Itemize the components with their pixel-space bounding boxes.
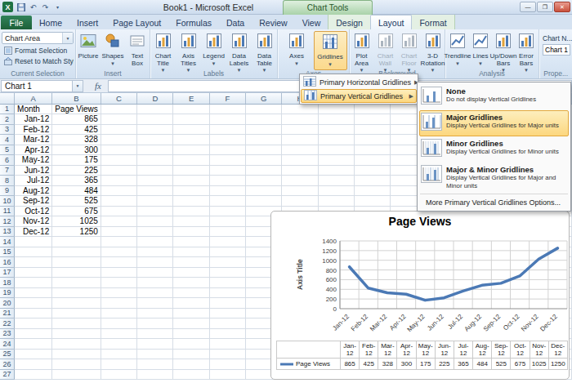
cell-F14[interactable] (209, 237, 245, 247)
cell-E15[interactable] (173, 247, 209, 257)
cell-G10[interactable] (246, 196, 282, 207)
row-header-10[interactable]: 10 (0, 196, 15, 207)
cell-D11[interactable] (137, 206, 173, 216)
minimize-button[interactable]: — (520, 2, 536, 12)
submenu-item-major-gridlines[interactable]: Major GridlinesDisplay Vertical Gridline… (419, 110, 569, 136)
cell-E16[interactable] (173, 257, 209, 268)
cell-H1[interactable] (282, 104, 318, 114)
cell-B15[interactable] (52, 247, 101, 257)
cell-E26[interactable] (173, 359, 209, 370)
cell-D24[interactable] (137, 339, 173, 350)
cell-C17[interactable] (101, 267, 136, 278)
cell-B26[interactable] (52, 359, 101, 370)
cell-A6[interactable]: May-12 (15, 155, 52, 166)
cell-D7[interactable] (137, 165, 173, 176)
cell-F3[interactable] (209, 124, 245, 135)
cell-A7[interactable]: Jun-12 (15, 165, 52, 176)
tab-review[interactable]: Review (252, 16, 294, 29)
menu-item-primary-vertical-gridlines[interactable]: Primary Vertical Gridlines ▶ (301, 89, 417, 103)
cell-F24[interactable] (209, 339, 245, 350)
cell-H2[interactable] (282, 114, 318, 125)
cell-G7[interactable] (246, 165, 282, 176)
cell-C3[interactable] (101, 124, 136, 135)
cell-C5[interactable] (101, 145, 136, 155)
row-header-15[interactable]: 15 (0, 247, 15, 257)
cell-E19[interactable] (173, 287, 209, 298)
column-header-E[interactable]: E (173, 93, 209, 104)
cell-F9[interactable] (209, 185, 245, 196)
cell-A13[interactable]: Dec-12 (15, 226, 52, 237)
cell-E20[interactable] (173, 298, 209, 309)
name-box-chevron-down-icon[interactable]: ▼ (73, 80, 83, 92)
qat-chevron-down-icon[interactable]: ▾ (52, 2, 63, 12)
cell-B23[interactable] (52, 328, 101, 339)
ribbon-button-trendline[interactable]: Trendline▼ (446, 31, 469, 70)
close-button[interactable]: ✕ (554, 2, 570, 12)
cell-I7[interactable] (318, 165, 354, 176)
ribbon-button-picture[interactable]: Picture (76, 31, 101, 70)
cell-E17[interactable] (173, 267, 209, 278)
cell-C7[interactable] (101, 165, 136, 176)
cell-B2[interactable]: 865 (52, 114, 101, 125)
row-header-11[interactable]: 11 (0, 206, 15, 216)
insert-function-fx-icon[interactable]: fx (95, 81, 101, 91)
ribbon-button-data-table[interactable]: Data Table▼ (252, 31, 277, 70)
chart-name-input[interactable]: Chart 1 (543, 44, 570, 56)
cell-D19[interactable] (137, 287, 173, 298)
cell-D15[interactable] (137, 247, 173, 257)
cell-D16[interactable] (137, 257, 173, 268)
cell-D4[interactable] (137, 135, 173, 145)
cell-G4[interactable] (246, 135, 282, 145)
cell-D23[interactable] (137, 328, 173, 339)
cell-A5[interactable]: Apr-12 (15, 145, 52, 155)
cell-H7[interactable] (282, 165, 318, 176)
cell-F22[interactable] (209, 318, 245, 329)
cell-H4[interactable] (282, 135, 318, 145)
cell-C4[interactable] (101, 135, 136, 145)
cell-B3[interactable]: 425 (52, 124, 101, 135)
ribbon-button-up-down-bars[interactable]: Up/Down Bars▼ (492, 31, 515, 70)
cell-D26[interactable] (137, 359, 173, 370)
cell-J3[interactable] (354, 124, 390, 135)
plot-area[interactable]: Jan-12Feb-12Mar-12Apr-12May-12Jun-12Jul-… (340, 241, 567, 341)
cell-C24[interactable] (101, 339, 136, 350)
cell-G9[interactable] (246, 185, 282, 196)
cell-B25[interactable] (52, 349, 101, 359)
cell-D8[interactable] (137, 176, 173, 186)
row-header-7[interactable]: 7 (0, 165, 15, 176)
cell-D25[interactable] (137, 349, 173, 359)
cell-J1[interactable] (354, 104, 390, 114)
tab-file[interactable]: File (1, 16, 32, 29)
cell-I10[interactable] (318, 196, 354, 207)
row-header-24[interactable]: 24 (0, 339, 15, 350)
cell-D22[interactable] (137, 318, 173, 329)
cell-F10[interactable] (209, 196, 245, 207)
column-header-G[interactable]: G (246, 93, 282, 104)
cell-I3[interactable] (318, 124, 354, 135)
cell-D6[interactable] (137, 155, 173, 166)
cell-C27[interactable] (101, 369, 136, 380)
cell-E2[interactable] (173, 114, 209, 125)
redo-icon[interactable]: ↷ (40, 2, 51, 12)
cell-E6[interactable] (173, 155, 209, 166)
chart-elements-selector[interactable]: Chart Area ▼ (2, 32, 74, 44)
cell-J10[interactable] (354, 196, 390, 207)
cell-D27[interactable] (137, 369, 173, 380)
cell-I8[interactable] (318, 176, 354, 186)
row-header-25[interactable]: 25 (0, 349, 15, 359)
cell-F2[interactable] (209, 114, 245, 125)
ribbon-button-chart-title[interactable]: Chart Title▼ (150, 31, 176, 70)
cell-F21[interactable] (209, 308, 245, 318)
column-header-C[interactable]: C (101, 93, 136, 104)
cell-I6[interactable] (318, 155, 354, 166)
cell-I4[interactable] (318, 135, 354, 145)
tab-format[interactable]: Format (412, 16, 454, 29)
cell-F23[interactable] (209, 328, 245, 339)
cell-B20[interactable] (52, 298, 101, 309)
format-selection-button[interactable]: Format Selection (2, 46, 74, 56)
column-header-F[interactable]: F (209, 93, 245, 104)
reset-to-match-style-button[interactable]: Reset to Match Style (2, 56, 74, 66)
cell-E4[interactable] (173, 135, 209, 145)
cell-G1[interactable] (246, 104, 282, 114)
cell-A27[interactable] (15, 369, 52, 380)
